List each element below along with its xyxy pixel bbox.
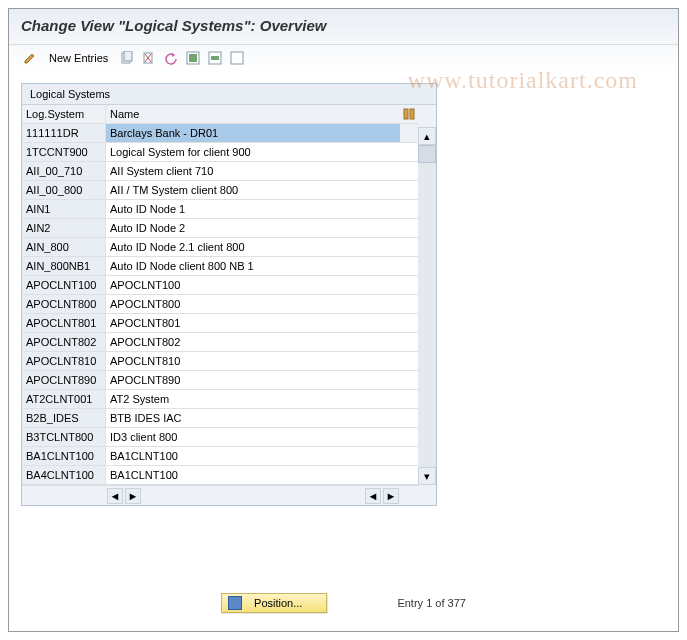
cell-name[interactable]: APOCLNT800 — [106, 295, 418, 313]
hscroll-left-icon[interactable]: ◄ — [107, 488, 123, 504]
table-row[interactable]: APOCLNT802APOCLNT802 — [22, 333, 418, 352]
cell-name[interactable]: APOCLNT890 — [106, 371, 418, 389]
panel-title: Logical Systems — [22, 84, 436, 105]
horizontal-scrollbar: ◄ ► ◄ ► — [22, 485, 418, 505]
cell-logsystem[interactable]: APOCLNT810 — [22, 352, 106, 370]
deselect-all-icon[interactable] — [228, 49, 246, 67]
cell-logsystem[interactable]: 111111DR — [22, 124, 106, 142]
col-header-logsystem[interactable]: Log.System — [22, 105, 106, 123]
table-row[interactable]: BA1CLNT100BA1CLNT100 — [22, 447, 418, 466]
footer: Position... Entry 1 of 377 — [9, 593, 678, 613]
cell-name[interactable]: AII System client 710 — [106, 162, 418, 180]
svg-rect-9 — [410, 109, 414, 119]
table-row[interactable]: AT2CLNT001AT2 System — [22, 390, 418, 409]
table-settings-icon[interactable] — [403, 108, 415, 120]
cell-logsystem[interactable]: AII_00_800 — [22, 181, 106, 199]
vertical-scrollbar: ▴ ▾ — [418, 105, 436, 505]
toggle-edit-icon[interactable] — [21, 49, 39, 67]
cell-name[interactable]: Auto ID Node 2.1 client 800 — [106, 238, 418, 256]
cell-logsystem[interactable]: BA4CLNT100 — [22, 466, 106, 484]
new-entries-button[interactable]: New Entries — [43, 50, 114, 66]
table-row[interactable]: AII_00_710AII System client 710 — [22, 162, 418, 181]
scroll-thumb[interactable] — [418, 145, 436, 163]
page-title: Change View "Logical Systems": Overview — [9, 9, 678, 45]
svg-rect-7 — [231, 52, 243, 64]
position-icon — [228, 596, 242, 610]
cell-logsystem[interactable]: B3TCLNT800 — [22, 428, 106, 446]
cell-name[interactable]: Auto ID Node client 800 NB 1 — [106, 257, 418, 275]
cell-name[interactable]: BTB IDES IAC — [106, 409, 418, 427]
logical-systems-panel: Logical Systems Log.System Name 111111DR… — [21, 83, 437, 506]
table-row[interactable]: AIN_800Auto ID Node 2.1 client 800 — [22, 238, 418, 257]
table-row[interactable]: B3TCLNT800ID3 client 800 — [22, 428, 418, 447]
position-label: Position... — [254, 597, 302, 609]
toolbar: New Entries — [9, 45, 678, 77]
cell-name[interactable]: Barclays Bank - DR01 — [106, 124, 400, 142]
cell-name[interactable]: AII / TM System client 800 — [106, 181, 418, 199]
table-row[interactable]: 111111DRBarclays Bank - DR01 — [22, 124, 418, 143]
table-row[interactable]: AIN1Auto ID Node 1 — [22, 200, 418, 219]
cell-logsystem[interactable]: AIN1 — [22, 200, 106, 218]
position-button[interactable]: Position... — [221, 593, 327, 613]
table-row[interactable]: APOCLNT801APOCLNT801 — [22, 314, 418, 333]
svg-rect-4 — [189, 54, 197, 62]
svg-rect-1 — [124, 51, 132, 61]
cell-name[interactable]: APOCLNT100 — [106, 276, 418, 294]
cell-name[interactable]: APOCLNT810 — [106, 352, 418, 370]
scroll-track[interactable] — [418, 145, 436, 467]
sap-window: Change View "Logical Systems": Overview … — [8, 8, 679, 632]
cell-name[interactable]: APOCLNT802 — [106, 333, 418, 351]
cell-logsystem[interactable]: B2B_IDES — [22, 409, 106, 427]
table-row[interactable]: B2B_IDESBTB IDES IAC — [22, 409, 418, 428]
cell-logsystem[interactable]: AT2CLNT001 — [22, 390, 106, 408]
cell-logsystem[interactable]: AIN2 — [22, 219, 106, 237]
hscroll-left2-icon[interactable]: ◄ — [365, 488, 381, 504]
cell-logsystem[interactable]: APOCLNT800 — [22, 295, 106, 313]
table-row[interactable]: APOCLNT890APOCLNT890 — [22, 371, 418, 390]
cell-name[interactable]: Logical System for client 900 — [106, 143, 418, 161]
grid: Log.System Name 111111DRBarclays Bank - … — [22, 105, 418, 505]
cell-name[interactable]: AT2 System — [106, 390, 418, 408]
table-row[interactable]: AII_00_800AII / TM System client 800 — [22, 181, 418, 200]
cell-logsystem[interactable]: AIN_800NB1 — [22, 257, 106, 275]
cell-logsystem[interactable]: AII_00_710 — [22, 162, 106, 180]
cell-name[interactable]: BA1CLNT100 — [106, 466, 418, 484]
cell-logsystem[interactable]: AIN_800 — [22, 238, 106, 256]
undo-change-icon[interactable] — [162, 49, 180, 67]
table-row[interactable]: BA4CLNT100BA1CLNT100 — [22, 466, 418, 485]
cell-logsystem[interactable]: BA1CLNT100 — [22, 447, 106, 465]
svg-rect-6 — [211, 56, 219, 60]
table-row[interactable]: AIN_800NB1Auto ID Node client 800 NB 1 — [22, 257, 418, 276]
hscroll-right-icon[interactable]: ► — [125, 488, 141, 504]
table-row[interactable]: 1TCCNT900Logical System for client 900 — [22, 143, 418, 162]
table-row[interactable]: APOCLNT100APOCLNT100 — [22, 276, 418, 295]
cell-logsystem[interactable]: APOCLNT890 — [22, 371, 106, 389]
cell-name[interactable]: Auto ID Node 2 — [106, 219, 418, 237]
select-block-icon[interactable] — [206, 49, 224, 67]
cell-name[interactable]: APOCLNT801 — [106, 314, 418, 332]
hscroll-right2-icon[interactable]: ► — [383, 488, 399, 504]
scroll-up-icon[interactable]: ▴ — [418, 127, 436, 145]
select-all-icon[interactable] — [184, 49, 202, 67]
cell-name[interactable]: ID3 client 800 — [106, 428, 418, 446]
table-row[interactable]: APOCLNT800APOCLNT800 — [22, 295, 418, 314]
table-row[interactable]: AIN2Auto ID Node 2 — [22, 219, 418, 238]
col-header-name[interactable]: Name — [106, 105, 400, 123]
cell-logsystem[interactable]: 1TCCNT900 — [22, 143, 106, 161]
grid-header-row: Log.System Name — [22, 105, 418, 124]
cell-logsystem[interactable]: APOCLNT801 — [22, 314, 106, 332]
cell-name[interactable]: BA1CLNT100 — [106, 447, 418, 465]
svg-rect-8 — [404, 109, 408, 119]
table-row[interactable]: APOCLNT810APOCLNT810 — [22, 352, 418, 371]
scroll-down-icon[interactable]: ▾ — [418, 467, 436, 485]
cell-name[interactable]: Auto ID Node 1 — [106, 200, 418, 218]
copy-icon[interactable] — [118, 49, 136, 67]
entry-status: Entry 1 of 377 — [397, 597, 466, 609]
cell-logsystem[interactable]: APOCLNT802 — [22, 333, 106, 351]
delete-icon[interactable] — [140, 49, 158, 67]
cell-logsystem[interactable]: APOCLNT100 — [22, 276, 106, 294]
